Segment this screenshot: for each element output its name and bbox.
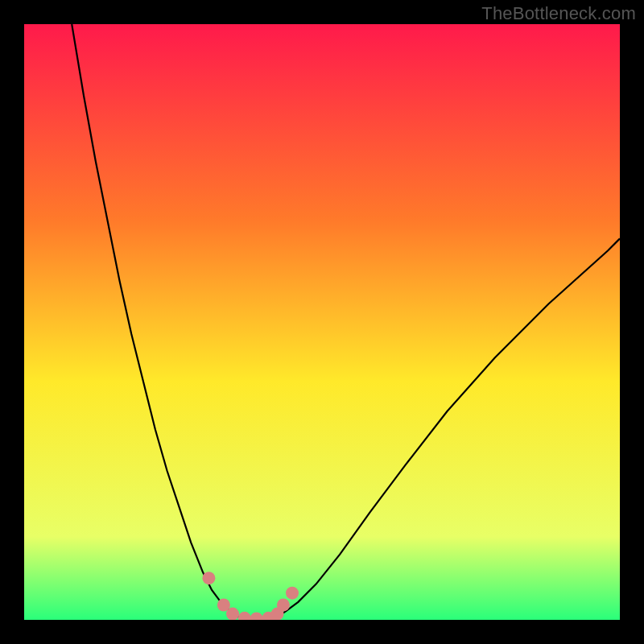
marker-dot	[277, 599, 290, 612]
marker-dot	[226, 608, 239, 620]
plot-area	[24, 24, 620, 620]
marker-dot	[286, 587, 299, 600]
marker-dot	[202, 572, 215, 584]
watermark-text: TheBottleneck.com	[481, 3, 636, 24]
chart-container: TheBottleneck.com	[0, 0, 644, 644]
chart-svg	[24, 24, 620, 620]
